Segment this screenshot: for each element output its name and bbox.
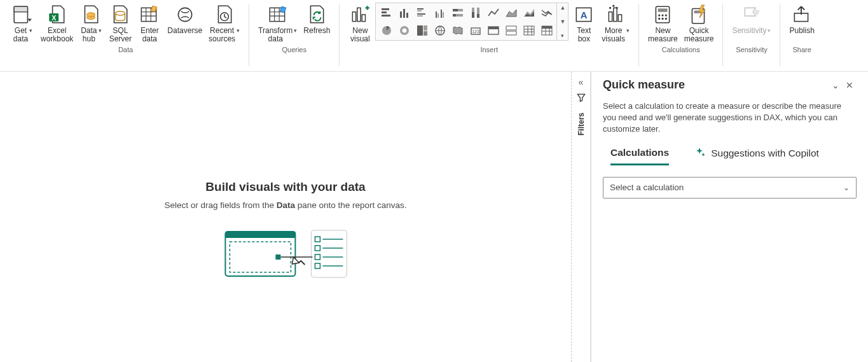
svg-rect-1 — [14, 6, 27, 12]
viz-treemap-icon[interactable] — [415, 24, 429, 38]
get-data-button[interactable]: Get data — [9, 1, 37, 45]
tab-suggestions-label: Suggestions with Copilot — [711, 148, 819, 159]
text-box-label: Text box — [577, 27, 591, 45]
publish-button[interactable]: Publish — [787, 1, 816, 45]
scroll-down-icon[interactable]: ▼ — [560, 17, 565, 26]
excel-workbook-button[interactable]: X Excel workbook — [38, 1, 76, 45]
expand-rail-icon[interactable]: « — [579, 77, 584, 87]
svg-rect-12 — [362, 15, 366, 22]
pane-tabs: Calculations Suggestions with Copilot — [603, 147, 857, 165]
transform-data-button[interactable]: Transform data — [256, 1, 300, 45]
sensitivity-button: Sensitivity — [729, 1, 773, 45]
svg-point-5 — [87, 13, 95, 17]
sql-server-label: SQL Server — [109, 27, 132, 45]
svg-rect-60 — [658, 8, 668, 11]
text-box-button[interactable]: A Text box — [570, 1, 598, 45]
pane-description: Select a calculation to create a measure… — [603, 101, 857, 136]
group-label-calculations: Calculations — [662, 46, 700, 53]
new-measure-label: New measure — [648, 27, 678, 45]
new-visual-button[interactable]: New visual — [346, 1, 374, 45]
viz-clustered-bar-icon[interactable] — [415, 6, 429, 20]
tab-calculations[interactable]: Calculations — [610, 147, 669, 165]
dataverse-label: Dataverse — [167, 27, 202, 45]
viz-area-icon[interactable] — [504, 6, 518, 20]
viz-stacked-column-icon[interactable] — [397, 6, 411, 20]
publish-icon — [791, 4, 813, 25]
transform-data-icon — [267, 4, 289, 25]
canvas-placeholder: Build visuals with your data Select or d… — [164, 180, 406, 282]
pane-header: Quick measure ⌄ ✕ — [603, 78, 857, 92]
ribbon-separator — [638, 4, 639, 66]
ribbon-separator — [722, 4, 723, 66]
viz-gallery-scroll[interactable]: ▲ ▼ ▾ — [556, 3, 568, 40]
viz-multirow-card-icon[interactable] — [504, 24, 518, 38]
report-canvas[interactable]: Build visuals with your data Select or d… — [0, 72, 572, 362]
visualization-gallery[interactable]: 123 ▲ ▼ ▾ — [375, 3, 568, 41]
svg-rect-54 — [614, 8, 617, 21]
svg-point-57 — [612, 5, 614, 7]
svg-rect-70 — [225, 232, 295, 276]
database-icon — [12, 4, 34, 25]
calculation-select[interactable]: Select a calculation ⌄ — [603, 177, 857, 198]
enter-data-button[interactable]: Enter data — [135, 1, 163, 45]
ribbon-group-calculations: New measure Quick measure Calculations — [642, 1, 720, 71]
group-label-sensitivity: Sensitivity — [736, 46, 768, 53]
ribbon-group-insert: New visual — [342, 1, 636, 71]
svg-rect-25 — [441, 10, 442, 18]
viz-pie-icon[interactable] — [380, 24, 394, 38]
viz-100-stacked-bar-icon[interactable] — [451, 6, 465, 20]
group-label-insert: Insert — [480, 46, 498, 53]
svg-point-66 — [665, 18, 667, 20]
refresh-button[interactable]: Refresh — [301, 1, 333, 45]
svg-text:123: 123 — [472, 29, 480, 34]
group-label-queries: Queries — [282, 46, 307, 53]
svg-rect-26 — [443, 12, 444, 18]
ribbon-separator — [249, 4, 249, 66]
more-visuals-button[interactable]: More visuals — [599, 1, 632, 45]
viz-clustered-column-icon[interactable] — [433, 6, 447, 20]
viz-100-stacked-column-icon[interactable] — [469, 6, 483, 20]
viz-line-icon[interactable] — [486, 6, 500, 20]
viz-donut-icon[interactable] — [397, 24, 411, 38]
data-hub-button[interactable]: Data hub — [77, 1, 105, 45]
close-icon[interactable]: ✕ — [843, 80, 857, 90]
svg-rect-38 — [417, 25, 423, 36]
new-visual-icon — [349, 4, 371, 25]
viz-matrix-icon[interactable] — [540, 24, 554, 38]
scroll-more-icon[interactable]: ▾ — [561, 31, 564, 40]
svg-rect-48 — [524, 26, 534, 35]
quick-measure-button[interactable]: Quick measure — [682, 1, 717, 45]
ribbon-group-data: Get data X Excel workbook Data hub SQL S… — [5, 1, 246, 71]
new-measure-icon — [652, 4, 673, 25]
svg-rect-23 — [436, 11, 437, 18]
svg-rect-39 — [424, 25, 427, 31]
get-data-label: Get data — [13, 27, 28, 43]
svg-rect-73 — [311, 230, 347, 277]
recent-sources-button[interactable]: Recent sources — [206, 1, 242, 45]
transform-data-label: Transform data — [258, 27, 293, 43]
quick-measure-pane: Quick measure ⌄ ✕ Select a calculation t… — [591, 72, 868, 362]
svg-rect-40 — [424, 31, 427, 36]
scroll-up-icon[interactable]: ▲ — [560, 3, 565, 12]
viz-card-icon[interactable] — [486, 24, 500, 38]
svg-rect-47 — [506, 31, 516, 35]
dataverse-icon — [174, 4, 196, 25]
excel-icon: X — [46, 4, 68, 25]
viz-filled-map-icon[interactable] — [451, 24, 465, 38]
new-measure-button[interactable]: New measure — [645, 1, 680, 45]
viz-stacked-bar-icon[interactable] — [380, 6, 394, 20]
viz-ribbon-icon[interactable] — [540, 6, 554, 20]
svg-rect-14 — [382, 11, 387, 13]
viz-stacked-area-icon[interactable] — [522, 6, 536, 20]
svg-point-37 — [403, 29, 407, 33]
filters-rail-label[interactable]: Filters — [577, 113, 586, 136]
viz-table-icon[interactable] — [522, 24, 536, 38]
svg-rect-30 — [456, 14, 463, 17]
collapse-icon[interactable]: ⌄ — [829, 80, 843, 90]
viz-map-icon[interactable] — [433, 24, 447, 38]
sql-server-button[interactable]: SQL Server — [106, 1, 134, 45]
tab-suggestions[interactable]: Suggestions with Copilot — [696, 147, 819, 165]
dataverse-button[interactable]: Dataverse — [165, 1, 205, 45]
filters-icon[interactable] — [576, 92, 586, 105]
viz-gauge-icon[interactable]: 123 — [469, 24, 483, 38]
